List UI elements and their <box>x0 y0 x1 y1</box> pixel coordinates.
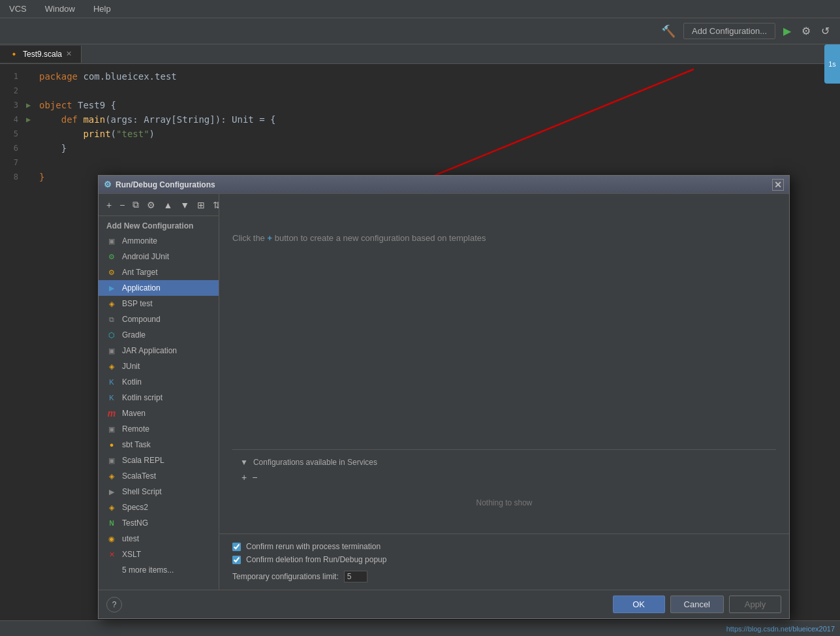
menu-window[interactable]: Window <box>41 3 79 15</box>
config-label-sbt-task: sbt Task <box>122 440 151 449</box>
services-add-button[interactable]: + <box>240 472 248 483</box>
config-label-junit: JUnit <box>122 362 140 371</box>
temp-limit-input[interactable] <box>344 571 367 582</box>
config-item-more[interactable]: 5 more items... <box>99 562 219 578</box>
code-line-5: 5 print("test") <box>0 127 840 141</box>
config-item-sbt-task[interactable]: ●sbt Task <box>99 437 219 453</box>
config-icon-specs2: ◈ <box>106 502 117 513</box>
code-editor: 1 package com.blueicex.test 2 3 ▶ object… <box>0 64 840 189</box>
top-toolbar: 🔨 Add Configuration... ▶ ⚙ ↺ <box>0 18 840 44</box>
config-item-testng[interactable]: NTestNG <box>99 515 219 531</box>
config-item-shell-script[interactable]: ▶Shell Script <box>99 484 219 500</box>
config-item-kotlin-script[interactable]: KKotlin script <box>99 390 219 405</box>
config-item-bsp-test[interactable]: ◈BSP test <box>99 296 219 311</box>
run-icon[interactable]: ▶ <box>781 24 794 39</box>
move-down-button[interactable]: ▼ <box>178 199 192 212</box>
sort-button[interactable]: ⇅ <box>210 199 219 212</box>
code-line-4: 4 ▶ def main(args: Array[String]): Unit … <box>0 112 840 127</box>
confirm-deletion-label: Confirm deletion from Run/Debug popup <box>246 555 386 564</box>
copy-config-button[interactable]: ⧉ <box>130 198 142 212</box>
help-button[interactable]: ? <box>106 597 122 612</box>
dialog-close-button[interactable]: ✕ <box>772 179 784 191</box>
config-icon-application: ▶ <box>106 283 117 293</box>
config-item-junit[interactable]: ◈JUnit <box>99 358 219 374</box>
tab-close-icon[interactable]: ✕ <box>66 50 72 58</box>
config-label-gradle: Gradle <box>122 330 146 340</box>
config-item-ant-target[interactable]: ⚙Ant Target <box>99 264 219 280</box>
config-item-android-junit[interactable]: ⚙Android JUnit <box>99 249 219 264</box>
right-content: Click the + button to create a new confi… <box>219 194 789 533</box>
config-item-scalatest[interactable]: ◈ScalaTest <box>99 468 219 484</box>
config-item-scala-repl[interactable]: ▣Scala REPL <box>99 453 219 468</box>
apply-button[interactable]: Apply <box>729 596 781 613</box>
services-header[interactable]: ▼ Configurations available in Services <box>232 455 776 469</box>
dialog-footer: ? OK Cancel Apply <box>99 590 789 618</box>
confirm-deletion-checkbox[interactable] <box>232 556 241 564</box>
add-config-toolbar-button[interactable]: + <box>104 199 114 212</box>
run-debug-dialog: ⚙ Run/Debug Configurations ✕ + − ⧉ ⚙ ▲ ▼… <box>98 175 790 619</box>
notification-badge[interactable]: 1s <box>824 44 840 84</box>
config-item-jar-application[interactable]: ▣JAR Application <box>99 343 219 358</box>
config-item-gradle[interactable]: ⬡Gradle <box>99 327 219 343</box>
menu-vcs[interactable]: VCS <box>5 3 31 15</box>
config-icon-bsp-test: ◈ <box>106 298 117 309</box>
config-item-specs2[interactable]: ◈Specs2 <box>99 500 219 515</box>
config-label-remote: Remote <box>122 424 149 434</box>
menu-bar: VCS Window Help <box>0 0 840 18</box>
left-toolbar: + − ⧉ ⚙ ▲ ▼ ⊞ ⇅ <box>99 194 219 216</box>
update-icon[interactable]: ↺ <box>818 24 832 39</box>
cancel-button[interactable]: Cancel <box>670 596 724 613</box>
group-button[interactable]: ⊞ <box>194 199 208 212</box>
config-icon-junit: ◈ <box>106 361 117 372</box>
add-configuration-button[interactable]: Add Configuration... <box>683 23 775 39</box>
ok-button[interactable]: OK <box>613 596 665 613</box>
config-label-more: 5 more items... <box>122 565 174 575</box>
services-remove-button[interactable]: − <box>251 472 258 483</box>
move-up-button[interactable]: ▲ <box>161 199 175 212</box>
hint-plus: + <box>267 233 272 243</box>
settings-config-button[interactable]: ⚙ <box>144 199 158 212</box>
left-panel: + − ⧉ ⚙ ▲ ▼ ⊞ ⇅ Add New Configuration ▣A… <box>99 194 219 590</box>
config-item-maven[interactable]: mMaven <box>99 405 219 421</box>
config-label-scala-repl: Scala REPL <box>122 456 164 465</box>
config-icon-scala-repl: ▣ <box>106 455 117 466</box>
dialog-body: + − ⧉ ⚙ ▲ ▼ ⊞ ⇅ Add New Configuration ▣A… <box>99 194 789 590</box>
settings-icon[interactable]: ⚙ <box>799 24 813 39</box>
config-item-xslt[interactable]: ✕XSLT <box>99 547 219 562</box>
menu-help[interactable]: Help <box>89 3 115 15</box>
config-label-jar-application: JAR Application <box>122 346 177 355</box>
confirm-rerun-label: Confirm rerun with process termination <box>246 542 381 551</box>
config-item-remote[interactable]: ▣Remote <box>99 421 219 437</box>
config-label-testng: TestNG <box>122 518 148 528</box>
config-label-kotlin: Kotlin <box>122 377 142 387</box>
status-bar: https://blog.csdn.net/blueicex2017 <box>0 620 840 636</box>
services-toolbar: + − <box>232 469 776 485</box>
config-icon-shell-script: ▶ <box>106 486 117 497</box>
config-icon-ammonite: ▣ <box>106 236 117 246</box>
config-item-kotlin[interactable]: KKotlin <box>99 374 219 390</box>
temp-limit-label: Temporary configurations limit: <box>232 572 339 581</box>
config-list: Add New Configuration ▣Ammonite⚙Android … <box>99 216 219 590</box>
config-section-header: Add New Configuration <box>99 217 219 233</box>
code-line-3: 3 ▶ object Test9 { <box>0 98 840 112</box>
code-line-2: 2 <box>0 84 840 98</box>
nothing-to-show: Nothing to show <box>232 485 776 520</box>
config-item-compound[interactable]: ⧉Compound <box>99 311 219 327</box>
tab-bar: 🔸 Test9.scala ✕ <box>0 44 840 64</box>
config-icon-remote: ▣ <box>106 424 117 434</box>
dialog-title-icon: ⚙ <box>104 180 112 189</box>
services-collapse-icon: ▼ <box>240 458 248 467</box>
config-label-ammonite: Ammonite <box>122 236 157 246</box>
config-icon-sbt-task: ● <box>106 439 117 450</box>
confirm-rerun-checkbox[interactable] <box>232 543 241 551</box>
config-label-specs2: Specs2 <box>122 503 148 512</box>
config-item-ammonite[interactable]: ▣Ammonite <box>99 233 219 249</box>
confirm-rerun-row: Confirm rerun with process termination <box>232 542 776 551</box>
config-icon-ant-target: ⚙ <box>106 267 117 278</box>
remove-config-button[interactable]: − <box>117 199 127 212</box>
tab-test9[interactable]: 🔸 Test9.scala ✕ <box>0 46 82 63</box>
config-item-utest[interactable]: ◉utest <box>99 531 219 547</box>
code-line-7: 7 <box>0 155 840 170</box>
config-label-utest: utest <box>122 534 139 543</box>
config-item-application[interactable]: ▶Application <box>99 280 219 296</box>
